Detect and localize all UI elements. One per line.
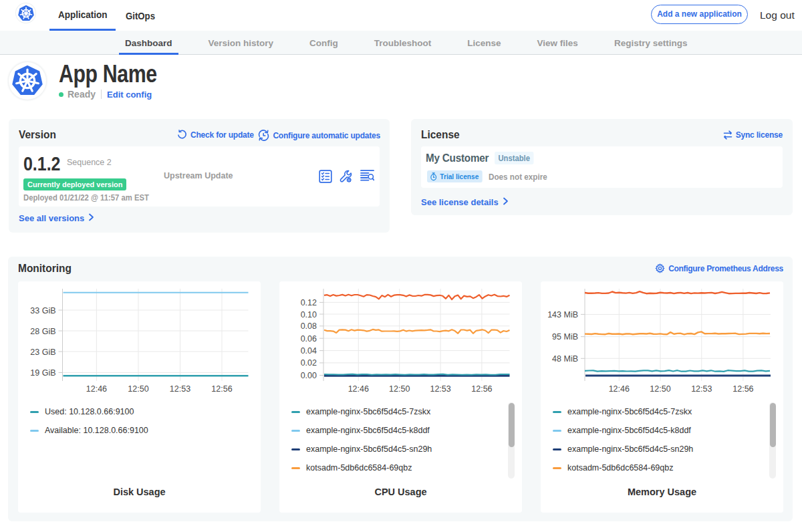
svg-text:23 GiB: 23 GiB: [30, 348, 55, 357]
svg-text:12:53: 12:53: [170, 384, 190, 394]
svg-text:12:46: 12:46: [348, 384, 369, 394]
svg-text:0.00: 0.00: [301, 371, 317, 380]
svg-text:12:56: 12:56: [732, 384, 753, 394]
svg-text:33 GiB: 33 GiB: [30, 306, 55, 315]
svg-text:0.02: 0.02: [301, 358, 317, 368]
svg-text:12:56: 12:56: [211, 384, 232, 394]
svg-text:12:50: 12:50: [128, 384, 148, 394]
svg-text:0.12: 0.12: [301, 298, 317, 307]
svg-text:12:50: 12:50: [650, 384, 670, 394]
svg-text:12:50: 12:50: [389, 384, 410, 394]
svg-text:12:53: 12:53: [691, 384, 712, 394]
svg-text:12:56: 12:56: [471, 384, 492, 394]
svg-text:12:46: 12:46: [86, 384, 107, 394]
svg-text:143 MiB: 143 MiB: [547, 310, 578, 319]
svg-text:12:46: 12:46: [609, 384, 630, 394]
svg-text:0.06: 0.06: [301, 334, 317, 344]
svg-text:48 MiB: 48 MiB: [552, 354, 578, 364]
svg-text:28 GiB: 28 GiB: [30, 327, 55, 336]
svg-text:0.08: 0.08: [301, 321, 317, 331]
svg-text:95 MiB: 95 MiB: [552, 332, 578, 342]
svg-text:0.04: 0.04: [301, 346, 317, 356]
svg-text:0.10: 0.10: [301, 310, 317, 319]
svg-text:19 GiB: 19 GiB: [30, 368, 55, 378]
svg-text:12:53: 12:53: [430, 384, 450, 394]
